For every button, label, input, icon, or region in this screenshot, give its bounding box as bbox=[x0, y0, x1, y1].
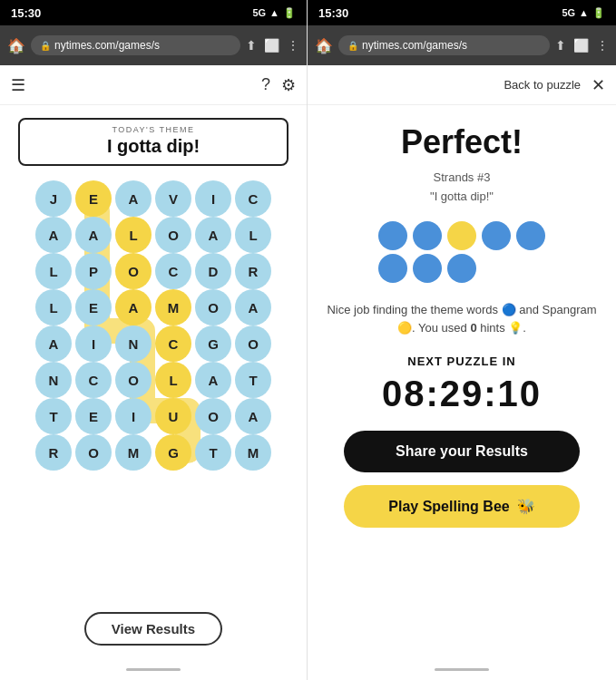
right-time: 15:30 bbox=[318, 6, 348, 20]
dot-1 bbox=[378, 221, 407, 250]
cell-5-5[interactable]: T bbox=[235, 362, 271, 398]
right-network: 5G bbox=[562, 7, 575, 18]
cell-3-5[interactable]: A bbox=[235, 289, 271, 325]
cell-6-0[interactable]: T bbox=[35, 398, 72, 434]
right-bottom-bar bbox=[308, 658, 616, 680]
left-panel: 15:30 5G ▲ 🔋 🏠 🔒 nytimes.com/games/s ⬆ ⬜… bbox=[0, 0, 308, 680]
right-share-icon[interactable]: ⬆ bbox=[555, 38, 566, 53]
cell-2-0[interactable]: L bbox=[35, 253, 72, 289]
cell-6-1[interactable]: E bbox=[75, 398, 112, 434]
grid-row-2: LPOCDR bbox=[35, 253, 271, 289]
right-lock-icon: 🔒 bbox=[347, 41, 358, 51]
left-nav-bar: ☰ ? ⚙ bbox=[0, 65, 307, 105]
cell-7-5[interactable]: M bbox=[235, 434, 271, 471]
cell-7-3[interactable]: G bbox=[155, 434, 191, 471]
right-browser-chrome: 🏠 🔒 nytimes.com/games/s ⬆ ⬜ ⋮ bbox=[308, 25, 616, 65]
cell-1-3[interactable]: O bbox=[155, 217, 191, 253]
cell-2-2[interactable]: O bbox=[115, 253, 152, 289]
hamburger-menu-icon[interactable]: ☰ bbox=[11, 75, 25, 95]
cell-4-5[interactable]: O bbox=[235, 325, 271, 362]
cell-7-4[interactable]: T bbox=[195, 434, 231, 471]
cell-4-1[interactable]: I bbox=[75, 325, 112, 362]
cell-4-0[interactable]: A bbox=[35, 325, 72, 362]
cell-4-3[interactable]: C bbox=[155, 325, 191, 362]
cell-4-2[interactable]: N bbox=[115, 325, 152, 362]
cell-0-5[interactable]: C bbox=[235, 180, 271, 217]
settings-icon[interactable]: ⚙ bbox=[281, 75, 296, 95]
left-scroll-indicator bbox=[126, 668, 181, 671]
view-results-button[interactable]: View Results bbox=[84, 612, 222, 646]
cell-3-1[interactable]: E bbox=[75, 289, 112, 325]
cell-7-0[interactable]: R bbox=[35, 434, 72, 471]
cell-1-2[interactable]: L bbox=[115, 217, 152, 253]
home-icon[interactable]: 🏠 bbox=[7, 37, 25, 54]
cell-2-4[interactable]: D bbox=[195, 253, 231, 289]
cell-5-1[interactable]: C bbox=[75, 362, 112, 398]
cell-2-5[interactable]: R bbox=[235, 253, 271, 289]
right-status-icons: 5G ▲ 🔋 bbox=[562, 7, 605, 19]
cell-6-4[interactable]: O bbox=[195, 398, 231, 434]
dot-3 bbox=[447, 221, 476, 250]
left-browser-nav-icons: ⬆ ⬜ ⋮ bbox=[246, 38, 299, 53]
cell-6-5[interactable]: A bbox=[235, 398, 271, 434]
back-to-puzzle-link[interactable]: Back to puzzle bbox=[504, 78, 581, 92]
strands-label: Strands #3 bbox=[434, 170, 491, 184]
lock-icon: 🔒 bbox=[40, 41, 51, 51]
dots-grid bbox=[378, 221, 545, 283]
cell-6-3[interactable]: U bbox=[155, 398, 191, 434]
cell-0-4[interactable]: I bbox=[195, 180, 231, 217]
grid-row-4: AINCGO bbox=[35, 325, 271, 362]
tab-count-icon[interactable]: ⬜ bbox=[264, 38, 279, 53]
right-tab-count-icon[interactable]: ⬜ bbox=[573, 38, 589, 53]
cell-0-1[interactable]: E bbox=[75, 180, 112, 217]
grid-row-6: TEIUOA bbox=[35, 398, 271, 434]
cell-5-3[interactable]: L bbox=[155, 362, 191, 398]
cell-7-2[interactable]: M bbox=[115, 434, 152, 471]
dot-6 bbox=[378, 254, 407, 283]
cell-0-2[interactable]: A bbox=[115, 180, 152, 217]
dot-5 bbox=[516, 221, 545, 250]
cell-3-3[interactable]: M bbox=[155, 289, 191, 325]
strands-theme: "I gotta dip!" bbox=[430, 189, 494, 203]
more-options-icon[interactable]: ⋮ bbox=[287, 38, 299, 53]
cell-1-4[interactable]: A bbox=[195, 217, 231, 253]
left-url-bar[interactable]: 🔒 nytimes.com/games/s bbox=[31, 35, 240, 55]
play-spelling-bee-button[interactable]: Play Spelling Bee 🐝 bbox=[344, 485, 580, 528]
game-grid: JEAVICAALOALLPOCDRLEAMOAAINCGONCOLATTEIU… bbox=[0, 173, 307, 605]
cell-2-1[interactable]: P bbox=[75, 253, 112, 289]
cell-4-4[interactable]: G bbox=[195, 325, 231, 362]
bee-emoji-icon: 🐝 bbox=[517, 498, 535, 515]
share-icon[interactable]: ⬆ bbox=[246, 38, 257, 53]
right-panel: 15:30 5G ▲ 🔋 🏠 🔒 nytimes.com/games/s ⬆ ⬜… bbox=[308, 0, 616, 680]
right-browser-nav-icons: ⬆ ⬜ ⋮ bbox=[555, 38, 609, 53]
cell-3-2[interactable]: A bbox=[115, 289, 152, 325]
cell-5-0[interactable]: N bbox=[35, 362, 72, 398]
countdown-timer: 08:29:10 bbox=[382, 374, 542, 414]
results-content: Perfect! Strands #3 "I gotta dip!" bbox=[308, 105, 616, 658]
help-icon[interactable]: ? bbox=[261, 75, 270, 95]
cell-6-2[interactable]: I bbox=[115, 398, 152, 434]
close-button[interactable]: ✕ bbox=[592, 75, 605, 95]
cell-1-1[interactable]: A bbox=[75, 217, 112, 253]
right-home-icon[interactable]: 🏠 bbox=[315, 37, 333, 54]
right-url-text: nytimes.com/games/s bbox=[362, 39, 467, 52]
share-results-button[interactable]: Share your Results bbox=[344, 431, 580, 472]
cell-5-2[interactable]: O bbox=[115, 362, 152, 398]
theme-box: TODAY'S THEME I gotta dip! bbox=[18, 118, 288, 166]
cell-3-4[interactable]: O bbox=[195, 289, 231, 325]
left-browser-chrome: 🏠 🔒 nytimes.com/games/s ⬆ ⬜ ⋮ bbox=[0, 25, 307, 65]
cell-0-3[interactable]: V bbox=[155, 180, 191, 217]
cell-7-1[interactable]: O bbox=[75, 434, 112, 471]
cell-0-0[interactable]: J bbox=[35, 180, 72, 217]
cell-1-0[interactable]: A bbox=[35, 217, 72, 253]
grid-row-3: LEAMOA bbox=[35, 289, 271, 325]
cell-2-3[interactable]: C bbox=[155, 253, 191, 289]
right-url-bar[interactable]: 🔒 nytimes.com/games/s bbox=[338, 35, 550, 55]
right-more-options-icon[interactable]: ⋮ bbox=[596, 38, 609, 53]
cell-3-0[interactable]: L bbox=[35, 289, 72, 325]
left-bottom-bar bbox=[0, 658, 307, 680]
grid-row-7: ROMGTM bbox=[35, 434, 271, 471]
cell-5-4[interactable]: A bbox=[195, 362, 231, 398]
cell-1-5[interactable]: L bbox=[235, 217, 271, 253]
right-scroll-indicator bbox=[435, 668, 489, 671]
